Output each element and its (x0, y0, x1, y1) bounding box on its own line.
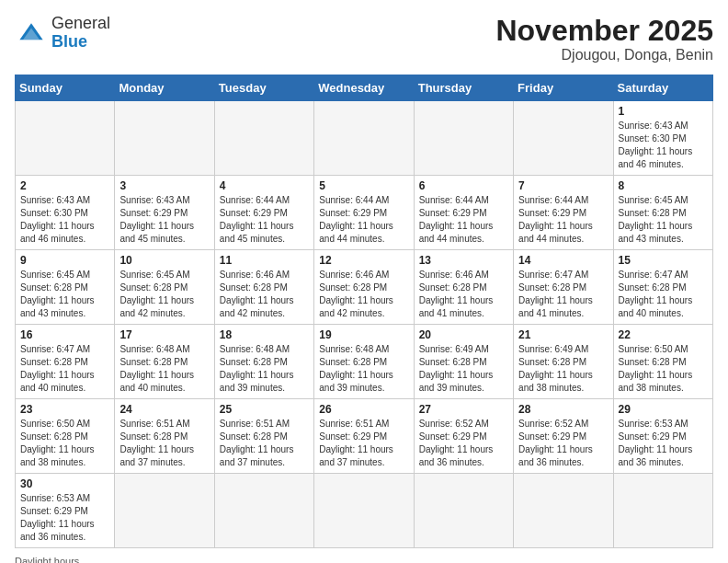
day-number: 10 (119, 254, 209, 267)
calendar-day-cell: 11Sunrise: 6:46 AM Sunset: 6:28 PM Dayli… (214, 250, 313, 325)
day-info: Sunrise: 6:48 AM Sunset: 6:28 PM Dayligh… (319, 343, 408, 395)
day-number: 2 (20, 179, 109, 192)
day-info: Sunrise: 6:43 AM Sunset: 6:29 PM Dayligh… (119, 194, 209, 246)
calendar-day-cell (414, 474, 513, 548)
day-number: 6 (419, 179, 508, 192)
day-number: 27 (419, 403, 508, 416)
day-of-week-header: Wednesday (314, 75, 414, 101)
calendar-day-cell: 14Sunrise: 6:47 AM Sunset: 6:28 PM Dayli… (514, 250, 613, 325)
page-header: General Blue November 2025 Djougou, Dong… (15, 15, 713, 63)
calendar-day-cell: 12Sunrise: 6:46 AM Sunset: 6:28 PM Dayli… (314, 250, 414, 325)
day-number: 24 (119, 403, 209, 416)
day-number: 9 (20, 254, 109, 267)
day-number: 11 (220, 254, 309, 267)
day-info: Sunrise: 6:47 AM Sunset: 6:28 PM Dayligh… (518, 269, 608, 320)
calendar-day-cell: 5Sunrise: 6:44 AM Sunset: 6:29 PM Daylig… (314, 176, 414, 250)
day-info: Sunrise: 6:52 AM Sunset: 6:29 PM Dayligh… (518, 418, 608, 469)
day-info: Sunrise: 6:51 AM Sunset: 6:28 PM Dayligh… (220, 418, 309, 469)
day-info: Sunrise: 6:43 AM Sunset: 6:30 PM Dayligh… (20, 194, 109, 246)
day-number: 13 (419, 254, 508, 267)
calendar-week-row: 30Sunrise: 6:53 AM Sunset: 6:29 PM Dayli… (16, 474, 713, 548)
day-of-week-header: Sunday (16, 75, 115, 101)
calendar-day-cell (613, 474, 712, 548)
calendar: SundayMondayTuesdayWednesdayThursdayFrid… (15, 75, 713, 548)
calendar-day-cell: 27Sunrise: 6:52 AM Sunset: 6:29 PM Dayli… (414, 399, 513, 474)
calendar-day-cell (115, 474, 214, 548)
day-info: Sunrise: 6:53 AM Sunset: 6:29 PM Dayligh… (619, 418, 708, 469)
day-info: Sunrise: 6:44 AM Sunset: 6:29 PM Dayligh… (220, 194, 309, 246)
calendar-day-cell (414, 101, 513, 176)
calendar-day-cell: 6Sunrise: 6:44 AM Sunset: 6:29 PM Daylig… (414, 176, 513, 250)
calendar-day-cell: 9Sunrise: 6:45 AM Sunset: 6:28 PM Daylig… (16, 250, 115, 325)
day-number: 14 (518, 254, 608, 267)
day-number: 22 (619, 328, 708, 341)
calendar-day-cell (16, 101, 115, 176)
daylight-hours-label: Daylight hours (15, 556, 79, 563)
month-title: November 2025 (495, 15, 713, 47)
day-number: 4 (220, 179, 309, 192)
day-info: Sunrise: 6:45 AM Sunset: 6:28 PM Dayligh… (619, 194, 708, 246)
day-number: 15 (619, 254, 708, 267)
calendar-week-row: 9Sunrise: 6:45 AM Sunset: 6:28 PM Daylig… (16, 250, 713, 325)
day-info: Sunrise: 6:44 AM Sunset: 6:29 PM Dayligh… (419, 194, 508, 246)
day-info: Sunrise: 6:43 AM Sunset: 6:30 PM Dayligh… (619, 120, 708, 171)
day-number: 3 (119, 179, 209, 192)
day-number: 28 (518, 403, 608, 416)
day-of-week-header: Thursday (414, 75, 513, 101)
calendar-day-cell: 2Sunrise: 6:43 AM Sunset: 6:30 PM Daylig… (16, 176, 115, 250)
day-number: 19 (319, 328, 408, 341)
day-number: 18 (220, 328, 309, 341)
calendar-day-cell: 24Sunrise: 6:51 AM Sunset: 6:28 PM Dayli… (115, 399, 214, 474)
calendar-header-row: SundayMondayTuesdayWednesdayThursdayFrid… (16, 75, 713, 101)
day-number: 21 (518, 328, 608, 341)
day-number: 1 (619, 105, 708, 118)
day-number: 7 (518, 179, 608, 192)
day-number: 8 (619, 179, 708, 192)
logo-icon (15, 17, 48, 50)
day-info: Sunrise: 6:51 AM Sunset: 6:28 PM Dayligh… (119, 418, 209, 469)
footer-note: Daylight hours (15, 556, 713, 563)
day-of-week-header: Saturday (613, 75, 712, 101)
day-info: Sunrise: 6:45 AM Sunset: 6:28 PM Dayligh… (119, 269, 209, 320)
day-info: Sunrise: 6:46 AM Sunset: 6:28 PM Dayligh… (419, 269, 508, 320)
day-info: Sunrise: 6:46 AM Sunset: 6:28 PM Dayligh… (319, 269, 408, 320)
calendar-day-cell: 19Sunrise: 6:48 AM Sunset: 6:28 PM Dayli… (314, 325, 414, 399)
day-info: Sunrise: 6:44 AM Sunset: 6:29 PM Dayligh… (319, 194, 408, 246)
calendar-day-cell: 20Sunrise: 6:49 AM Sunset: 6:28 PM Dayli… (414, 325, 513, 399)
calendar-day-cell: 13Sunrise: 6:46 AM Sunset: 6:28 PM Dayli… (414, 250, 513, 325)
calendar-day-cell: 25Sunrise: 6:51 AM Sunset: 6:28 PM Dayli… (214, 399, 313, 474)
day-number: 30 (20, 477, 109, 490)
calendar-day-cell: 4Sunrise: 6:44 AM Sunset: 6:29 PM Daylig… (214, 176, 313, 250)
day-number: 26 (319, 403, 408, 416)
day-info: Sunrise: 6:49 AM Sunset: 6:28 PM Dayligh… (518, 343, 608, 395)
day-info: Sunrise: 6:52 AM Sunset: 6:29 PM Dayligh… (419, 418, 508, 469)
calendar-day-cell (514, 474, 613, 548)
day-number: 29 (619, 403, 708, 416)
day-info: Sunrise: 6:45 AM Sunset: 6:28 PM Dayligh… (20, 269, 109, 320)
day-number: 16 (20, 328, 109, 341)
day-info: Sunrise: 6:49 AM Sunset: 6:28 PM Dayligh… (419, 343, 508, 395)
day-number: 5 (319, 179, 408, 192)
calendar-day-cell: 29Sunrise: 6:53 AM Sunset: 6:29 PM Dayli… (613, 399, 712, 474)
calendar-day-cell: 16Sunrise: 6:47 AM Sunset: 6:28 PM Dayli… (16, 325, 115, 399)
calendar-week-row: 2Sunrise: 6:43 AM Sunset: 6:30 PM Daylig… (16, 176, 713, 250)
day-number: 23 (20, 403, 109, 416)
day-info: Sunrise: 6:48 AM Sunset: 6:28 PM Dayligh… (220, 343, 309, 395)
day-number: 20 (419, 328, 508, 341)
day-info: Sunrise: 6:44 AM Sunset: 6:29 PM Dayligh… (518, 194, 608, 246)
location: Djougou, Donga, Benin (495, 47, 713, 63)
day-number: 12 (319, 254, 408, 267)
calendar-day-cell (214, 474, 313, 548)
day-info: Sunrise: 6:50 AM Sunset: 6:28 PM Dayligh… (20, 418, 109, 469)
calendar-week-row: 1Sunrise: 6:43 AM Sunset: 6:30 PM Daylig… (16, 101, 713, 176)
calendar-day-cell: 1Sunrise: 6:43 AM Sunset: 6:30 PM Daylig… (613, 101, 712, 176)
calendar-day-cell (314, 474, 414, 548)
day-of-week-header: Tuesday (214, 75, 313, 101)
day-info: Sunrise: 6:53 AM Sunset: 6:29 PM Dayligh… (20, 492, 109, 544)
day-of-week-header: Monday (115, 75, 214, 101)
calendar-day-cell: 26Sunrise: 6:51 AM Sunset: 6:29 PM Dayli… (314, 399, 414, 474)
calendar-day-cell: 3Sunrise: 6:43 AM Sunset: 6:29 PM Daylig… (115, 176, 214, 250)
calendar-day-cell: 22Sunrise: 6:50 AM Sunset: 6:28 PM Dayli… (613, 325, 712, 399)
calendar-day-cell: 28Sunrise: 6:52 AM Sunset: 6:29 PM Dayli… (514, 399, 613, 474)
logo-text: General Blue (51, 15, 110, 52)
